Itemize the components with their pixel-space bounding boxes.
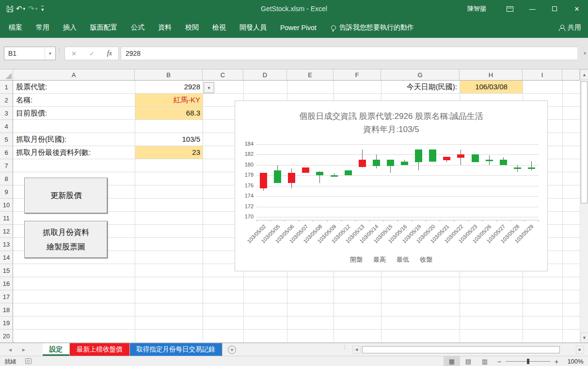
legend-item-3[interactable]: 收盤	[420, 255, 432, 264]
legend-item-1[interactable]: 最高	[373, 255, 386, 264]
zoom-slider-handle[interactable]	[527, 359, 529, 364]
row-header-7[interactable]: 7	[0, 159, 13, 172]
cell-B2[interactable]: 紅馬-KY	[135, 94, 203, 106]
row-header-20[interactable]: 20	[0, 330, 13, 343]
candle-body[interactable]	[331, 175, 338, 177]
new-sheet-button[interactable]: +	[222, 343, 242, 356]
ribbon-tab-7[interactable]: 檢視	[206, 17, 233, 38]
page-layout-view-button[interactable]: ▤	[460, 356, 477, 366]
candle-body[interactable]	[472, 154, 479, 162]
row-header-16[interactable]: 16	[0, 277, 13, 290]
column-header-H[interactable]: H	[460, 69, 523, 80]
row-header-13[interactable]: 13	[0, 238, 13, 251]
confirm-entry-icon[interactable]: ✓	[89, 50, 95, 57]
row-header-17[interactable]: 17	[0, 290, 13, 303]
tell-me-box[interactable]: 告訴我您想要執行的動作	[331, 23, 414, 32]
stock-chart[interactable]: 個股日成交資訊 股票代號:2926 股票名稱:誠品生活 資料年月:103/5 1…	[235, 100, 548, 271]
ribbon-tab-1[interactable]: 常用	[29, 17, 56, 38]
cell-A2[interactable]: 名稱:	[14, 94, 135, 106]
column-header-partial[interactable]	[562, 69, 580, 80]
candle-body[interactable]	[387, 160, 394, 166]
column-header-G[interactable]: G	[381, 69, 460, 80]
column-header-F[interactable]: F	[334, 69, 381, 80]
row-header-6[interactable]: 6	[0, 146, 13, 159]
tab-scroll-splitter[interactable]: ⋮	[342, 346, 347, 348]
ribbon-tab-9[interactable]: Power Pivot	[273, 17, 323, 38]
candle-body[interactable]	[359, 160, 366, 167]
candle-body[interactable]	[486, 160, 493, 161]
candle-body[interactable]	[274, 170, 281, 183]
row-header-14[interactable]: 14	[0, 251, 13, 264]
ribbon-tab-3[interactable]: 版面配置	[83, 17, 124, 38]
column-header-B[interactable]: B	[135, 69, 203, 80]
row-header-19[interactable]: 19	[0, 316, 13, 330]
column-header-I[interactable]: I	[523, 69, 562, 80]
row-header-1[interactable]: 1	[0, 81, 13, 94]
vscroll-up-icon[interactable]: ▲	[580, 69, 588, 80]
candle-body[interactable]	[260, 173, 267, 188]
column-header-D[interactable]: D	[243, 69, 287, 80]
sheet-tab-1[interactable]: 最新上檔收盤價	[70, 343, 130, 356]
row-header-3[interactable]: 3	[0, 107, 13, 120]
row-header-11[interactable]: 11	[0, 212, 13, 225]
select-all-button[interactable]	[0, 69, 13, 80]
cell-dropdown-button[interactable]: ▾	[204, 82, 214, 93]
zoom-out-button[interactable]: −	[493, 358, 506, 366]
column-header-A[interactable]: A	[13, 69, 135, 80]
cell-A3[interactable]: 目前股價:	[14, 107, 135, 119]
legend-item-2[interactable]: 最低	[397, 255, 409, 264]
hscroll-right-icon[interactable]: ►	[576, 346, 584, 354]
cell-H1[interactable]: 106/03/08	[460, 81, 523, 93]
row-header-4[interactable]: 4	[0, 120, 13, 133]
legend-item-0[interactable]: 開盤	[350, 255, 363, 264]
save-button[interactable]	[7, 6, 13, 12]
row-header-2[interactable]: 2	[0, 94, 13, 107]
cancel-entry-icon[interactable]: ✕	[71, 50, 77, 57]
row-header-18[interactable]: 18	[0, 303, 13, 316]
candle-body[interactable]	[500, 160, 507, 165]
sheet-tab-2[interactable]: 取得指定月份每日交易記錄	[130, 343, 222, 356]
record-macro-icon[interactable]	[25, 358, 32, 364]
zoom-slider[interactable]	[506, 356, 550, 366]
candle-body[interactable]	[514, 167, 521, 169]
cell-B6[interactable]: 23	[135, 146, 203, 159]
cell-B5[interactable]: 103/5	[135, 133, 203, 146]
close-button[interactable]: ✕	[566, 0, 588, 17]
formula-input[interactable]: 2928	[121, 47, 577, 60]
hscroll-left-icon[interactable]: ◄	[352, 346, 361, 354]
cell-B1[interactable]: 2928	[135, 81, 203, 93]
candle-body[interactable]	[528, 167, 535, 169]
update-stock-price-button[interactable]: 更新股價	[24, 178, 108, 214]
candle-body[interactable]	[415, 150, 422, 163]
candle-body[interactable]	[302, 167, 309, 173]
ribbon-tab-file[interactable]: 檔案	[2, 17, 29, 38]
candle-body[interactable]	[443, 157, 450, 161]
insert-function-icon[interactable]: fx	[107, 50, 112, 57]
hscroll-track[interactable]	[361, 346, 576, 354]
vscroll-thumb[interactable]	[581, 81, 588, 203]
redo-button[interactable]: ↷▾	[28, 4, 37, 13]
candle-body[interactable]	[316, 172, 323, 176]
vscroll-down-icon[interactable]: ▼	[580, 333, 588, 343]
ribbon-tab-4[interactable]: 公式	[124, 17, 151, 38]
name-box-dropdown-icon[interactable]: ▾	[45, 47, 55, 60]
ribbon-tab-6[interactable]: 校閱	[178, 17, 206, 38]
hscroll-thumb[interactable]	[362, 346, 560, 353]
cell-B3[interactable]: 68.3	[135, 107, 203, 119]
horizontal-scrollbar[interactable]: ◄ ►	[352, 345, 584, 354]
candle-body[interactable]	[288, 173, 295, 183]
ribbon-tab-2[interactable]: 插入	[56, 17, 83, 38]
ribbon-tab-8[interactable]: 開發人員	[233, 17, 273, 38]
cell-A5[interactable]: 抓取月份(民國):	[14, 133, 135, 146]
vertical-scrollbar[interactable]: ▲ ▼	[580, 69, 588, 343]
formula-bar-expand-icon[interactable]: ▾	[584, 50, 586, 56]
undo-button[interactable]: ↶▾	[16, 4, 25, 13]
name-box[interactable]: B1 ▾	[4, 47, 56, 60]
candle-body[interactable]	[457, 154, 464, 157]
page-break-view-button[interactable]: ▥	[477, 356, 493, 366]
row-header-15[interactable]: 15	[0, 264, 13, 277]
cell-A6[interactable]: 抓取月份最後資料列數:	[14, 146, 135, 159]
zoom-level-label[interactable]: 100%	[563, 358, 588, 365]
row-header-10[interactable]: 10	[0, 199, 13, 212]
ribbon-display-options-button[interactable]	[499, 0, 521, 17]
